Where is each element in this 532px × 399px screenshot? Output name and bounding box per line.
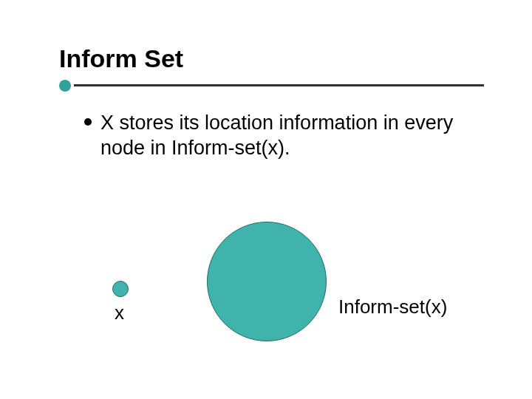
label-inform-set: Inform-set(x): [338, 296, 447, 318]
bullet-text: X stores its location information in eve…: [100, 111, 499, 161]
inform-set-circle-icon: [207, 222, 327, 341]
underline-line: [74, 84, 484, 86]
label-x: x: [115, 301, 124, 324]
slide-title: Inform Set: [59, 44, 183, 73]
node-x-circle-icon: [112, 281, 129, 297]
title-underline: [59, 80, 488, 95]
underline-dot-icon: [59, 80, 71, 92]
bullet-dot-icon: [84, 118, 92, 126]
